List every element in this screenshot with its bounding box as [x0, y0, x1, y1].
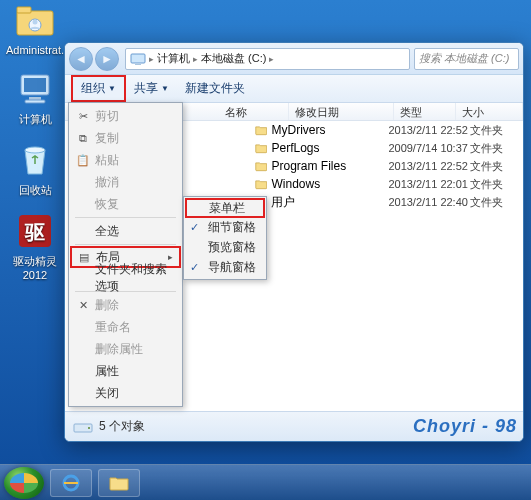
- folder-icon: [255, 176, 267, 192]
- menu-redo[interactable]: 恢复: [71, 193, 180, 215]
- menu-folder-options[interactable]: 文件夹和搜索选项: [71, 267, 180, 289]
- computer-icon: [130, 52, 146, 66]
- user-folder-icon: [14, 0, 56, 42]
- navbar: ◄ ► ▸ 计算机 ▸ 本地磁盘 (C:) ▸ 搜索 本地磁盘 (C:): [65, 43, 523, 75]
- menu-remove-props[interactable]: 删除属性: [71, 338, 180, 360]
- desktop-icon-recycle[interactable]: 回收站: [6, 139, 64, 198]
- menu-undo[interactable]: 撤消: [71, 171, 180, 193]
- col-type[interactable]: 类型: [394, 103, 456, 120]
- svg-point-8: [25, 147, 45, 153]
- folder-icon: [109, 475, 129, 491]
- back-button[interactable]: ◄: [69, 47, 93, 71]
- breadcrumb-computer[interactable]: 计算机: [157, 51, 190, 66]
- file-row[interactable]: 用户 2013/2/11 22:40 文件夹: [249, 193, 523, 211]
- layout-submenu: 菜单栏 ✓细节窗格 预览窗格 ✓导航窗格: [183, 196, 267, 280]
- col-date[interactable]: 修改日期: [289, 103, 394, 120]
- svg-rect-5: [24, 78, 46, 92]
- folder-icon: [255, 158, 267, 174]
- menu-close[interactable]: 关闭: [71, 382, 180, 404]
- breadcrumb-drive[interactable]: 本地磁盘 (C:): [201, 51, 266, 66]
- folder-icon: [255, 140, 267, 156]
- cut-icon: ✂: [75, 110, 91, 123]
- submenu-preview-pane[interactable]: 预览窗格: [186, 237, 264, 257]
- search-input[interactable]: 搜索 本地磁盘 (C:): [414, 48, 519, 70]
- menu-paste[interactable]: 📋粘贴: [71, 149, 180, 171]
- start-button[interactable]: [4, 467, 44, 499]
- check-icon: ✓: [190, 261, 199, 274]
- file-list: MyDrivers 2013/2/11 22:52 文件夹 PerfLogs 2…: [249, 121, 523, 211]
- taskbar: [0, 464, 531, 500]
- watermark: Choyri - 98: [413, 416, 517, 437]
- col-size[interactable]: 大小: [456, 103, 523, 120]
- paste-icon: 📋: [75, 154, 91, 167]
- menu-delete[interactable]: ✕删除: [71, 294, 180, 316]
- copy-icon: ⧉: [75, 132, 91, 145]
- file-row[interactable]: Program Files 2013/2/11 22:52 文件夹: [249, 157, 523, 175]
- desktop-icon-admin[interactable]: Administrat...: [6, 0, 64, 56]
- chevron-down-icon: ▼: [108, 84, 116, 93]
- chevron-down-icon: ▼: [161, 84, 169, 93]
- folder-icon: [255, 122, 267, 138]
- menu-cut[interactable]: ✂剪切: [71, 105, 180, 127]
- menu-properties[interactable]: 属性: [71, 360, 180, 382]
- organize-dropdown: ✂剪切 ⧉复制 📋粘贴 撤消 恢复 全选 ▤布局▸ 文件夹和搜索选项 ✕删除 重…: [68, 102, 183, 407]
- svg-text:驱: 驱: [24, 221, 45, 243]
- desktop-icon-computer[interactable]: 计算机: [6, 68, 64, 127]
- taskbar-ie[interactable]: [50, 469, 92, 497]
- svg-point-3: [33, 20, 38, 25]
- submenu-menubar[interactable]: 菜单栏: [185, 198, 265, 218]
- svg-point-14: [88, 427, 90, 429]
- file-row[interactable]: Windows 2013/2/11 22:01 文件夹: [249, 175, 523, 193]
- search-placeholder: 搜索 本地磁盘 (C:): [419, 51, 509, 66]
- desktop-icon-label: Administrat...: [6, 44, 64, 56]
- svg-rect-7: [25, 100, 45, 103]
- taskbar-explorer[interactable]: [98, 469, 140, 497]
- menu-rename[interactable]: 重命名: [71, 316, 180, 338]
- drive-icon: [73, 419, 93, 435]
- forward-button[interactable]: ►: [95, 47, 119, 71]
- file-row[interactable]: MyDrivers 2013/2/11 22:52 文件夹: [249, 121, 523, 139]
- new-folder-button[interactable]: 新建文件夹: [177, 77, 253, 100]
- svg-rect-11: [131, 54, 145, 63]
- svg-rect-12: [135, 64, 141, 65]
- desktop-icon-label: 计算机: [6, 112, 64, 127]
- recycle-bin-icon: [14, 139, 56, 181]
- submenu-details-pane[interactable]: ✓细节窗格: [186, 217, 264, 237]
- share-button[interactable]: 共享 ▼: [126, 77, 177, 100]
- delete-icon: ✕: [75, 299, 91, 312]
- submenu-navigation-pane[interactable]: ✓导航窗格: [186, 257, 264, 277]
- svg-rect-1: [17, 7, 31, 13]
- organize-button[interactable]: 组织 ▼: [71, 75, 126, 102]
- file-row[interactable]: PerfLogs 2009/7/14 10:37 文件夹: [249, 139, 523, 157]
- desktop-icon-driver[interactable]: 驱 驱动精灵 2012: [6, 210, 64, 281]
- status-text: 5 个对象: [99, 418, 145, 435]
- driver-app-icon: 驱: [14, 210, 56, 252]
- menu-selectall[interactable]: 全选: [71, 220, 180, 242]
- ie-icon: [61, 473, 81, 493]
- desktop-icon-label: 回收站: [6, 183, 64, 198]
- layout-icon: ▤: [76, 251, 92, 264]
- toolbar: 组织 ▼ 共享 ▼ 新建文件夹: [65, 75, 523, 103]
- check-icon: ✓: [190, 221, 199, 234]
- desktop-icon-label: 驱动精灵 2012: [6, 254, 64, 281]
- menu-copy[interactable]: ⧉复制: [71, 127, 180, 149]
- computer-icon: [14, 68, 56, 110]
- status-bar: 5 个对象 Choyri - 98: [65, 411, 523, 441]
- breadcrumb[interactable]: ▸ 计算机 ▸ 本地磁盘 (C:) ▸: [125, 48, 410, 70]
